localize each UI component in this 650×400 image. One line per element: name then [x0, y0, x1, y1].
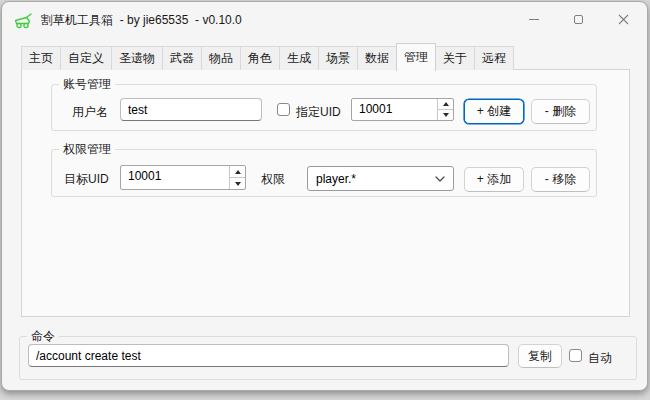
tab-custom[interactable]: 自定义: [60, 46, 112, 70]
tab-scene[interactable]: 场景: [318, 46, 358, 70]
minimize-button[interactable]: [511, 2, 556, 36]
maximize-icon: [574, 15, 583, 24]
permission-dropdown[interactable]: player.*: [307, 166, 454, 191]
app-logo-mower-icon: [13, 13, 33, 29]
target-uid-stepper-value: 10001: [121, 166, 229, 189]
command-input[interactable]: [28, 344, 509, 367]
tab-strip: 主页 自定义 圣遗物 武器 物品 角色 生成 场景 数据 管理 关于 远程: [21, 43, 513, 70]
target-uid-spin-down-button[interactable]: [230, 178, 245, 189]
uid-spin-up-button[interactable]: [438, 99, 453, 110]
tab-management[interactable]: 管理: [396, 43, 436, 71]
auto-label: 自动: [588, 350, 612, 367]
specify-uid-checkbox[interactable]: [277, 103, 290, 116]
window-title: 割草机工具箱 - by jie65535 - v0.10.0: [41, 12, 242, 29]
minimize-icon: [529, 19, 539, 20]
target-uid-spin-up-button[interactable]: [230, 166, 245, 178]
uid-spin-down-button[interactable]: [438, 110, 453, 120]
uid-stepper-spinner: [437, 99, 453, 120]
tab-spawn[interactable]: 生成: [279, 46, 319, 70]
close-button[interactable]: [601, 2, 646, 36]
tab-avatar[interactable]: 角色: [240, 46, 280, 70]
management-tab-page: 账号管理 用户名 指定UID 10001 + 创建 - 删除 权限管理 目标UI…: [21, 69, 630, 317]
spin-down-icon: [235, 182, 241, 186]
specify-uid-label: 指定UID: [296, 104, 341, 121]
username-input[interactable]: [120, 98, 262, 121]
spin-up-icon: [235, 170, 241, 174]
create-account-button[interactable]: + 创建: [464, 99, 524, 124]
account-group-title: 账号管理: [59, 76, 115, 93]
uid-stepper[interactable]: 10001: [351, 98, 454, 121]
tab-home[interactable]: 主页: [21, 46, 61, 70]
chevron-down-icon: [435, 176, 445, 182]
tab-about[interactable]: 关于: [435, 46, 475, 70]
target-uid-stepper[interactable]: 10001: [120, 165, 246, 190]
tab-data[interactable]: 数据: [357, 46, 397, 70]
username-label: 用户名: [72, 104, 108, 121]
auto-checkbox[interactable]: [569, 349, 582, 362]
app-window: 割草机工具箱 - by jie65535 - v0.10.0 主页 自定义 圣遗…: [1, 1, 648, 391]
permission-group-title: 权限管理: [59, 141, 115, 158]
close-icon: [618, 14, 629, 25]
spin-down-icon: [443, 113, 449, 117]
permission-dropdown-value: player.*: [316, 172, 435, 186]
tab-remote[interactable]: 远程: [474, 46, 514, 70]
spin-up-icon: [443, 102, 449, 106]
window-controls: [511, 2, 646, 36]
maximize-button[interactable]: [556, 2, 601, 36]
title-bar: 割草机工具箱 - by jie65535 - v0.10.0: [2, 2, 647, 39]
target-uid-stepper-spinner: [229, 166, 245, 189]
command-group-title: 命令: [27, 328, 59, 345]
remove-permission-button[interactable]: - 移除: [531, 167, 590, 192]
permission-label: 权限: [261, 171, 285, 188]
tab-weapon[interactable]: 武器: [162, 46, 202, 70]
delete-account-button[interactable]: - 删除: [531, 99, 590, 124]
add-permission-button[interactable]: + 添加: [464, 167, 524, 192]
tab-artifact[interactable]: 圣遗物: [111, 46, 163, 70]
target-uid-label: 目标UID: [64, 171, 109, 188]
uid-stepper-value: 10001: [352, 99, 437, 120]
tab-item[interactable]: 物品: [201, 46, 241, 70]
copy-command-button[interactable]: 复制: [518, 344, 562, 368]
